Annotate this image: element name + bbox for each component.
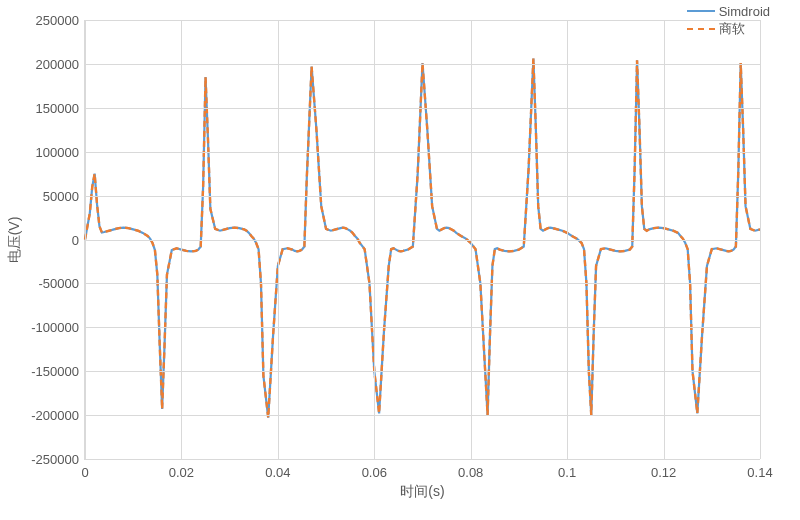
grid-line-h bbox=[85, 371, 760, 372]
y-tick-label: 0 bbox=[72, 232, 85, 247]
grid-line-h bbox=[85, 108, 760, 109]
grid-line-v bbox=[471, 20, 472, 459]
grid-line-h bbox=[85, 152, 760, 153]
grid-line-h bbox=[85, 196, 760, 197]
y-axis-label: 电压(V) bbox=[6, 216, 24, 263]
grid-line-h bbox=[85, 283, 760, 284]
grid-line-h bbox=[85, 240, 760, 241]
x-tick-label: 0.04 bbox=[265, 459, 290, 480]
x-tick-label: 0.12 bbox=[651, 459, 676, 480]
series-商软 bbox=[85, 59, 760, 418]
y-tick-label: -200000 bbox=[31, 408, 85, 423]
y-tick-label: -50000 bbox=[39, 276, 85, 291]
y-tick-label: -250000 bbox=[31, 452, 85, 467]
grid-line-v bbox=[760, 20, 761, 459]
x-axis-label: 时间(s) bbox=[400, 483, 444, 501]
grid-line-h bbox=[85, 415, 760, 416]
x-tick-label: 0.08 bbox=[458, 459, 483, 480]
y-tick-label: -100000 bbox=[31, 320, 85, 335]
legend-label-simdroid: Simdroid bbox=[719, 4, 770, 19]
grid-line-v bbox=[567, 20, 568, 459]
y-tick-label: 200000 bbox=[36, 56, 85, 71]
grid-line-v bbox=[85, 20, 86, 459]
y-tick-label: 150000 bbox=[36, 100, 85, 115]
legend-swatch-simdroid bbox=[687, 4, 715, 18]
grid-line-h bbox=[85, 20, 760, 21]
grid-line-h bbox=[85, 64, 760, 65]
y-tick-label: 100000 bbox=[36, 144, 85, 159]
legend-item-simdroid: Simdroid bbox=[687, 2, 770, 20]
x-tick-label: 0.02 bbox=[169, 459, 194, 480]
y-tick-label: 50000 bbox=[43, 188, 85, 203]
plot-area: 电压(V) 时间(s) -250000-200000-150000-100000… bbox=[84, 20, 760, 460]
x-tick-label: 0 bbox=[81, 459, 88, 480]
grid-line-v bbox=[181, 20, 182, 459]
x-tick-label: 0.14 bbox=[747, 459, 772, 480]
voltage-vs-time-chart: Simdroid 商软 电压(V) 时间(s) -250000-200000-1… bbox=[0, 0, 800, 520]
x-tick-label: 0.06 bbox=[362, 459, 387, 480]
x-tick-label: 0.1 bbox=[558, 459, 576, 480]
grid-line-v bbox=[278, 20, 279, 459]
series-Simdroid bbox=[85, 59, 760, 418]
grid-line-v bbox=[664, 20, 665, 459]
y-tick-label: -150000 bbox=[31, 364, 85, 379]
y-tick-label: 250000 bbox=[36, 13, 85, 28]
grid-line-h bbox=[85, 327, 760, 328]
grid-line-v bbox=[374, 20, 375, 459]
